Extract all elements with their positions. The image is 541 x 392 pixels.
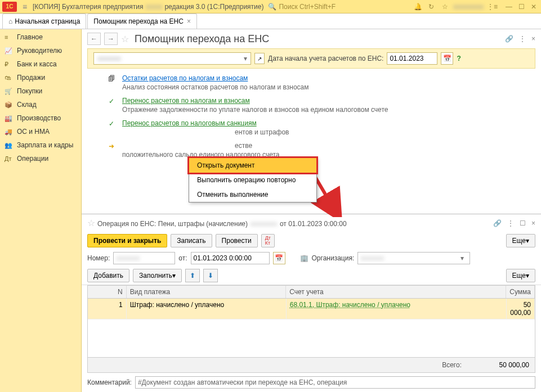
grid-toolbar: Добавить Заполнить ▾ ⬆ ⬇ Еще ▾ — [82, 267, 541, 285]
home-icon: ⌂ — [8, 17, 12, 25]
sidebar: ≡Главное 📈Руководителю ₽Банк и касса 🛍Пр… — [0, 29, 82, 392]
org-doc-input[interactable]: xxxxxxx▾ — [357, 252, 470, 264]
comment-label: Комментарий: — [87, 379, 132, 386]
doc-close-icon[interactable]: × — [531, 219, 535, 227]
sidebar-item-manager[interactable]: 📈Руководителю — [0, 44, 81, 57]
doc-link-icon[interactable]: 🔗 — [493, 219, 502, 227]
document-panel: ☆ Операция по ЕНС: Пени, штрафы (начисле… — [82, 214, 541, 392]
date-cal-icon[interactable]: 📅 — [273, 252, 285, 264]
org-icon: 🏢 — [300, 254, 308, 262]
tab-close-icon[interactable]: × — [187, 17, 191, 25]
step-4: ➜ естве положительного сальдо единого на… — [106, 142, 530, 159]
main-menu-icon[interactable]: ≡ — [19, 2, 30, 11]
number-label: Номер: — [87, 254, 110, 262]
doc-window-icon[interactable]: ☐ — [520, 219, 526, 227]
context-menu-open-doc[interactable]: Открыть документ — [187, 156, 318, 174]
write-button[interactable]: Записать — [171, 234, 212, 247]
sidebar-item-bank[interactable]: ₽Банк и касса — [0, 57, 81, 71]
date-input[interactable]: 01.01.2023 0:00:00 — [191, 252, 270, 264]
sidebar-item-purchases[interactable]: 🛒Покупки — [0, 84, 81, 98]
step-1-link[interactable]: Остатки расчетов по налогам и взносам — [122, 74, 248, 82]
sidebar-item-salary[interactable]: 👥Зарплата и кадры — [0, 138, 81, 152]
tab-assistant[interactable]: Помощник перехода на ЕНС × — [87, 13, 197, 29]
dtkt-button[interactable]: ДтКт — [261, 234, 275, 247]
col-type[interactable]: Вид платежа — [127, 286, 287, 298]
col-n[interactable]: N — [88, 286, 127, 298]
date-start-label: Дата начала учета расчетов по ЕНС: — [268, 55, 383, 62]
help-icon[interactable]: ? — [457, 55, 460, 62]
cell-n: 1 — [88, 299, 127, 319]
check-icon: ✓ — [106, 97, 117, 105]
step-3: ✓ Перенос расчетов по налоговым санкциям… — [106, 119, 530, 136]
doc-icon: 🗐 — [106, 75, 117, 83]
date-start-input[interactable]: 01.01.2023 — [387, 52, 437, 65]
sidebar-item-sales[interactable]: 🛍Продажи — [0, 71, 81, 84]
calendar-icon[interactable]: 📅 — [441, 52, 453, 65]
sidebar-item-assets[interactable]: 🚚ОС и НМА — [0, 125, 81, 138]
global-search[interactable]: 🔍 Поиск Ctrl+Shift+F — [268, 3, 336, 11]
step-3-link[interactable]: Перенос расчетов по налоговым санкциям — [122, 119, 257, 127]
doc-toolbar: Провести и закрыть Записать Провести ДтК… — [82, 232, 541, 250]
minimize-icon[interactable]: — — [504, 3, 514, 11]
favorite-icon[interactable]: ☆ — [121, 34, 129, 44]
sidebar-item-main[interactable]: ≡Главное — [0, 30, 81, 44]
form-header: ← → ☆ Помощник перехода на ЕНС 🔗 ⋮ × — [82, 29, 541, 48]
context-menu-repeat[interactable]: Выполнить операцию повторно — [189, 173, 316, 187]
close-icon[interactable]: ✕ — [529, 3, 539, 11]
cart-icon: 🛒 — [5, 88, 15, 95]
totals-row: Всего: 50 000,00 — [87, 358, 535, 373]
account-link[interactable]: 68.01.1, Штраф: начислено / уплачено — [290, 301, 410, 309]
sidebar-item-production[interactable]: 🏭Производство — [0, 111, 81, 125]
star-icon[interactable]: ☆ — [440, 3, 450, 11]
bell-icon[interactable]: 🔔 — [413, 3, 423, 11]
doc-favorite-icon[interactable]: ☆ — [87, 218, 95, 228]
step-4-desc2: положительного сальдо единого налогового… — [122, 151, 530, 159]
back-button[interactable]: ← — [87, 33, 101, 45]
maximize-icon[interactable]: ☐ — [516, 3, 526, 11]
chevron-down-icon[interactable]: ▾ — [240, 55, 251, 62]
grid-body-empty[interactable] — [88, 319, 535, 357]
sidebar-item-warehouse[interactable]: 📦Склад — [0, 98, 81, 111]
org-input[interactable]: xxxxxxx▾ — [93, 52, 251, 65]
box-icon: 📦 — [5, 101, 15, 109]
tab-home-label: Начальная страница — [15, 17, 80, 25]
sidebar-item-operations[interactable]: ДтОперации — [0, 152, 81, 165]
add-button[interactable]: Добавить — [87, 269, 129, 282]
step-2-link[interactable]: Перенос расчетов по налогам и взносам — [122, 97, 250, 105]
step-2-desc: Отражение задолженности по уплате налого… — [122, 106, 530, 114]
chart-icon: 📈 — [5, 47, 15, 55]
more-button-2[interactable]: Еще ▾ — [506, 269, 535, 282]
cell-sum: 50 000,00 — [507, 299, 535, 319]
step-1-desc: Анализ состояния остатков расчетов по на… — [122, 83, 530, 91]
org-label: Организация: — [312, 254, 355, 262]
close-form-icon[interactable]: × — [531, 35, 535, 43]
factory-icon: 🏭 — [5, 115, 15, 122]
move-down-button[interactable]: ⬇ — [203, 269, 218, 282]
step-4-desc: естве — [235, 142, 530, 150]
post-button[interactable]: Провести — [216, 234, 258, 247]
more-icon[interactable]: ⋮ — [519, 35, 526, 43]
app-title-blurred: xxxxx — [145, 3, 162, 11]
more-button-1[interactable]: Еще ▾ — [506, 234, 535, 247]
from-label: от: — [178, 254, 187, 262]
col-sum[interactable]: Сумма — [506, 286, 535, 298]
col-account[interactable]: Счет учета — [286, 286, 506, 298]
tab-home[interactable]: ⌂ Начальная страница — [2, 13, 86, 29]
dtkt-icon: Дт — [5, 155, 15, 162]
post-and-close-button[interactable]: Провести и закрыть — [87, 234, 167, 247]
number-input[interactable]: xxxxxxx — [113, 252, 175, 264]
fill-button[interactable]: Заполнить ▾ — [133, 269, 182, 282]
link-icon[interactable]: 🔗 — [505, 35, 513, 43]
comment-input[interactable]: #Документ создан автоматически при перех… — [135, 376, 535, 389]
open-org-button[interactable]: ↗ — [254, 53, 265, 64]
history-icon[interactable]: ↻ — [426, 3, 436, 11]
titlebar: 1C ≡ [КОПИЯ] Бухгалтерия предприятия xxx… — [0, 0, 541, 13]
chevron-down-icon[interactable]: ▾ — [457, 254, 467, 262]
table-row[interactable]: 1 Штраф: начислено / уплачено 68.01.1, Ш… — [88, 299, 535, 319]
doc-more-icon[interactable]: ⋮ — [507, 219, 514, 227]
forward-button[interactable]: → — [104, 33, 118, 45]
context-menu-cancel[interactable]: Отменить выполнение — [189, 187, 316, 202]
move-up-button[interactable]: ⬆ — [185, 269, 200, 282]
content-area: ← → ☆ Помощник перехода на ЕНС 🔗 ⋮ × xxx… — [82, 29, 541, 392]
chat-icon[interactable]: ⋮≡ — [487, 3, 497, 11]
